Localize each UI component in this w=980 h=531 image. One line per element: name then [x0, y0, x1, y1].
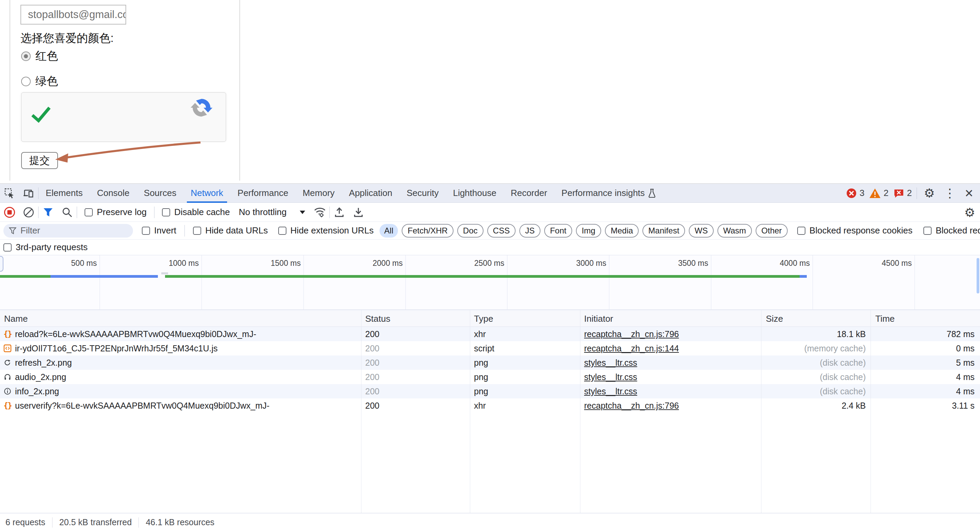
filter-pill-media[interactable]: Media — [605, 224, 639, 238]
table-row[interactable]: info_2x.png 200 png styles__ltr.css (dis… — [0, 384, 980, 398]
tab-lighthouse[interactable]: Lighthouse — [445, 184, 503, 203]
blocked-requests-checkbox[interactable] — [923, 227, 932, 235]
tick-label: 3500 ms — [678, 259, 708, 268]
radio-red-control[interactable] — [21, 51, 31, 61]
tab-memory[interactable]: Memory — [295, 184, 342, 203]
radio-green-label: 绿色 — [35, 74, 58, 89]
export-har-icon[interactable] — [349, 203, 368, 222]
request-initiator[interactable]: styles__ltr.css — [584, 370, 637, 384]
invert-toggle[interactable]: Invert — [142, 225, 176, 236]
request-initiator[interactable]: recaptcha__zh_cn.js:796 — [584, 398, 679, 413]
column-header-size[interactable]: Size — [766, 310, 783, 327]
web-page-area: 选择您喜爱的颜色: 红色 绿色 进行人机身份验证 reCAPTCHA 隐私权 -… — [0, 0, 980, 183]
request-status: 200 — [365, 384, 380, 398]
overview-left-handle[interactable] — [0, 256, 3, 272]
screenshot-stage: 选择您喜爱的颜色: 红色 绿色 进行人机身份验证 reCAPTCHA 隐私权 -… — [0, 0, 980, 531]
table-row[interactable]: ir-ydOIl7T1o6_CJ5-TP2ENprJnWrhJr55f_5M34… — [0, 341, 980, 356]
tab-performance-insights[interactable]: Performance insights — [554, 184, 663, 203]
tick-label: 4500 ms — [882, 259, 912, 268]
disable-cache-toggle[interactable]: Disable cache — [162, 207, 230, 218]
table-row[interactable]: {} userverify?k=6Le-wvkSAAAAAPBMRTvw0Q4M… — [0, 398, 980, 413]
filter-funnel-icon[interactable] — [38, 203, 57, 222]
requests-table: Name Status Type Initiator Size Time {} … — [0, 310, 980, 513]
column-header-status[interactable]: Status — [365, 310, 390, 327]
search-icon[interactable] — [57, 203, 77, 222]
third-party-toggle[interactable]: 3rd-party requests — [3, 242, 88, 253]
gridline — [507, 255, 508, 310]
filter-pill-img[interactable]: Img — [576, 224, 601, 238]
request-size: (disk cache) — [820, 384, 866, 398]
gridline — [202, 255, 202, 310]
preserve-log-toggle[interactable]: Preserve log — [84, 207, 146, 218]
filter-pill-all[interactable]: All — [380, 224, 398, 238]
inspect-element-icon[interactable] — [0, 184, 19, 203]
request-type: xhr — [474, 327, 486, 341]
overview-right-handle[interactable] — [977, 258, 979, 293]
request-initiator[interactable]: recaptcha__zh_cn.js:796 — [584, 327, 679, 341]
filter-pill-wasm[interactable]: Wasm — [718, 224, 752, 238]
hide-data-urls-toggle[interactable]: Hide data URLs — [193, 225, 268, 236]
radio-option-red[interactable]: 红色 — [21, 48, 58, 64]
filter-pill-other[interactable]: Other — [756, 224, 788, 238]
network-overview-timeline[interactable]: 500 ms 1000 ms 1500 ms 2000 ms 2500 ms 3… — [0, 255, 980, 310]
issues-count-badge[interactable]: 2 — [893, 188, 912, 199]
close-devtools-icon[interactable]: × — [963, 186, 975, 200]
tick-label: 2000 ms — [373, 259, 403, 268]
hide-data-urls-checkbox[interactable] — [193, 227, 201, 235]
info-image-icon — [3, 387, 11, 395]
hide-extension-urls-checkbox[interactable] — [278, 227, 286, 235]
filter-input[interactable]: Filter — [3, 224, 133, 238]
network-settings-gear-icon[interactable]: ⚙ — [964, 205, 975, 219]
request-initiator[interactable]: styles__ltr.css — [584, 384, 637, 398]
preserve-log-checkbox[interactable] — [84, 208, 93, 216]
tab-network[interactable]: Network — [183, 184, 230, 203]
tab-elements[interactable]: Elements — [38, 184, 90, 203]
import-har-icon[interactable] — [330, 203, 349, 222]
blocked-requests-toggle[interactable]: Blocked requests — [923, 225, 980, 236]
blocked-cookies-toggle[interactable]: Blocked response cookies — [797, 225, 913, 236]
tab-application[interactable]: Application — [342, 184, 399, 203]
submit-button[interactable]: 提交 — [21, 152, 58, 169]
hide-extension-urls-toggle[interactable]: Hide extension URLs — [278, 225, 374, 236]
settings-gear-icon[interactable]: ⚙ — [922, 187, 937, 199]
throttling-select[interactable]: No throttling — [239, 207, 305, 218]
filter-pill-font[interactable]: Font — [544, 224, 572, 238]
tab-security[interactable]: Security — [399, 184, 446, 203]
filter-pill-doc[interactable]: Doc — [457, 224, 484, 238]
tick-label: 3000 ms — [576, 259, 606, 268]
column-header-type[interactable]: Type — [474, 310, 493, 327]
filter-pill-manifest[interactable]: Manifest — [643, 224, 685, 238]
filter-pill-fetch-xhr[interactable]: Fetch/XHR — [402, 224, 453, 238]
radio-option-green[interactable]: 绿色 — [21, 74, 58, 89]
column-header-initiator[interactable]: Initiator — [584, 310, 613, 327]
warning-count-badge[interactable]: 2 — [869, 188, 888, 199]
filter-pill-ws[interactable]: WS — [689, 224, 714, 238]
tab-recorder[interactable]: Recorder — [504, 184, 554, 203]
email-input[interactable] — [21, 5, 126, 25]
audio-image-icon — [3, 373, 11, 381]
disable-cache-checkbox[interactable] — [162, 208, 170, 216]
recaptcha-widget[interactable]: 进行人机身份验证 reCAPTCHA 隐私权 - 使用条款 — [21, 92, 226, 142]
blocked-cookies-checkbox[interactable] — [797, 227, 805, 235]
filter-pill-css[interactable]: CSS — [487, 224, 515, 238]
third-party-checkbox[interactable] — [3, 243, 11, 251]
tab-performance[interactable]: Performance — [231, 184, 296, 203]
network-conditions-icon[interactable] — [310, 203, 329, 222]
invert-checkbox[interactable] — [142, 227, 150, 235]
clear-icon[interactable] — [19, 203, 38, 222]
radio-green-control[interactable] — [21, 77, 31, 86]
table-row[interactable]: refresh_2x.png 200 png styles__ltr.css (… — [0, 356, 980, 370]
table-row[interactable]: {} reload?k=6Le-wvkSAAAAAPBMRTvw0Q4Muexq… — [0, 327, 980, 341]
table-row[interactable]: audio_2x.png 200 png styles__ltr.css (di… — [0, 370, 980, 384]
kebab-menu-icon[interactable]: ⋮ — [942, 187, 958, 199]
request-initiator[interactable]: recaptcha__zh_cn.js:144 — [584, 341, 679, 356]
column-header-time[interactable]: Time — [875, 310, 895, 327]
device-toolbar-icon[interactable] — [19, 184, 38, 203]
tab-console[interactable]: Console — [90, 184, 137, 203]
column-header-name[interactable]: Name — [4, 310, 28, 327]
filter-pill-js[interactable]: JS — [519, 224, 541, 238]
tab-sources[interactable]: Sources — [137, 184, 183, 203]
record-icon[interactable] — [0, 203, 19, 222]
error-count-badge[interactable]: 3 — [846, 188, 864, 199]
request-initiator[interactable]: styles__ltr.css — [584, 356, 637, 370]
